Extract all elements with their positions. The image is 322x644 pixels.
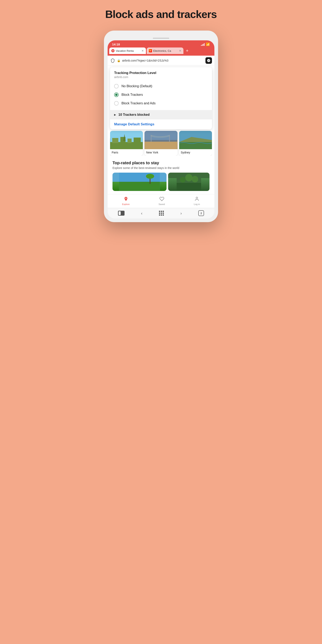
- tab-title-electronics: Electronics, Ca: [153, 49, 178, 52]
- radio-label-block-trackers-ads: Block Trackers and Ads: [122, 102, 156, 105]
- popup-title: Tracking Protection Level: [114, 71, 208, 75]
- manage-default-settings-link[interactable]: Manage Default Settings: [110, 120, 212, 129]
- tabs-count-badge[interactable]: 2: [198, 210, 204, 216]
- forward-button[interactable]: ›: [178, 210, 184, 216]
- city-cards-row: Paris: [110, 131, 212, 156]
- newyork-image: [144, 131, 177, 149]
- radio-block-trackers-ads[interactable]: Block Trackers and Ads: [110, 99, 212, 108]
- nav-label-login: Log in: [194, 203, 200, 206]
- nav-label-saved: Saved: [158, 203, 165, 206]
- status-time: 14:18: [112, 42, 120, 46]
- place-image-1[interactable]: [112, 172, 166, 191]
- signal-bars-icon: [201, 43, 204, 46]
- place-image-2[interactable]: [168, 172, 210, 191]
- browser-chrome-bottom: ‹ › 2: [108, 208, 214, 218]
- explore-icon: [124, 196, 128, 202]
- status-icons: 📶: [201, 42, 210, 46]
- new-tab-button[interactable]: +: [184, 48, 190, 54]
- city-card-newyork[interactable]: New York: [144, 131, 177, 156]
- svg-point-24: [196, 197, 198, 199]
- bottom-navigation: Explore Saved: [108, 194, 214, 208]
- radio-block-trackers[interactable]: Block Trackers: [110, 90, 212, 99]
- city-name-sydney: Sydney: [179, 149, 212, 156]
- shield-icon[interactable]: [110, 58, 115, 63]
- wifi-icon: 📶: [206, 42, 210, 46]
- phone-frame: 14:18 📶 ✦ Vac: [104, 30, 218, 222]
- svg-rect-11: [169, 135, 170, 142]
- sydney-image: [179, 131, 212, 149]
- popup-domain: airbnb.com: [114, 76, 208, 79]
- city-name-newyork: New York: [144, 149, 177, 156]
- tab-close-airbnb[interactable]: ✕: [142, 49, 144, 52]
- radio-label-block-trackers: Block Trackers: [122, 93, 143, 96]
- trackers-blocked-row[interactable]: ▶ 10 Trackers blocked: [110, 110, 212, 120]
- expand-icon: ▶: [114, 113, 116, 116]
- nav-login[interactable]: Log in: [194, 196, 200, 206]
- nav-saved[interactable]: Saved: [158, 196, 165, 206]
- nav-explore[interactable]: Explore: [122, 196, 130, 206]
- browser-tab-electronics[interactable]: 🛍 Electronics, Ca ✕: [147, 48, 184, 54]
- svg-rect-1: [110, 142, 143, 149]
- lock-icon: 🔒: [117, 59, 120, 62]
- tracking-protection-popup: Tracking Protection Level airbnb.com No …: [110, 67, 212, 129]
- svg-point-21: [185, 174, 192, 182]
- popup-options: No Blocking (Default) Block Trackers Blo…: [110, 80, 212, 109]
- page-title: Block ads and trackers: [105, 8, 217, 20]
- url-text[interactable]: airbnb.com/?irgwc=1&irclid=2SJz%3: [122, 59, 204, 62]
- radio-circle-no-blocking: [114, 84, 118, 88]
- svg-rect-4: [128, 138, 132, 143]
- airbnb-favicon: ✦: [111, 49, 114, 52]
- svg-rect-9: [145, 140, 177, 142]
- top-rated-subtitle: Explore some of the best-reviewed stays …: [112, 166, 210, 170]
- page-wrapper: Block ads and trackers 14:18 📶: [80, 8, 242, 222]
- city-card-sydney[interactable]: Sydney: [179, 131, 212, 156]
- heart-icon: [159, 196, 164, 202]
- svg-point-23: [192, 176, 198, 182]
- phone-notch: [153, 38, 169, 39]
- svg-rect-5: [134, 138, 141, 143]
- nav-label-explore: Explore: [122, 203, 130, 206]
- sidebar-toggle-button[interactable]: [118, 211, 124, 216]
- city-card-paris[interactable]: Paris: [110, 131, 143, 156]
- top-rated-title: Top-rated places to stay: [112, 160, 210, 165]
- electronics-favicon: 🛍: [149, 49, 152, 52]
- svg-rect-2: [112, 138, 118, 143]
- notch-area: [108, 34, 214, 40]
- back-button[interactable]: ‹: [138, 210, 145, 216]
- radio-circle-block-trackers-ads: [114, 101, 118, 106]
- radio-circle-block-trackers: [114, 92, 118, 97]
- phone-inner: 14:18 📶 ✦ Vac: [108, 40, 214, 218]
- trackers-blocked-count: 10 Trackers blocked: [118, 113, 150, 116]
- person-icon: [194, 196, 199, 202]
- browser-content: Paris: [108, 131, 214, 192]
- svg-rect-20: [176, 183, 201, 191]
- browser-tab-airbnb[interactable]: ✦ Vacation Renta ✕: [109, 48, 146, 54]
- svg-point-18: [146, 174, 154, 179]
- tab-close-electronics[interactable]: ✕: [179, 49, 182, 52]
- url-bar: 🔒 airbnb.com/?irgwc=1&irclid=2SJz%3: [108, 56, 214, 66]
- svg-rect-10: [151, 135, 152, 142]
- svg-rect-16: [119, 182, 160, 191]
- vivaldi-icon[interactable]: [206, 57, 212, 64]
- browser-tabs-bar: ✦ Vacation Renta ✕ 🛍 Electronics, Ca ✕ +: [108, 48, 214, 56]
- tab-title-airbnb: Vacation Renta: [116, 49, 140, 52]
- svg-rect-8: [145, 141, 177, 149]
- status-bar: 14:18 📶: [108, 40, 214, 48]
- svg-point-22: [180, 177, 186, 182]
- radio-label-no-blocking: No Blocking (Default): [122, 84, 152, 88]
- paris-image: [110, 131, 143, 149]
- place-images-row: [112, 172, 210, 191]
- popup-header: Tracking Protection Level airbnb.com: [110, 67, 212, 80]
- top-rated-section: Top-rated places to stay Explore some of…: [110, 157, 212, 192]
- grid-menu-button[interactable]: [159, 211, 164, 216]
- radio-no-blocking[interactable]: No Blocking (Default): [110, 82, 212, 90]
- city-name-paris: Paris: [110, 149, 143, 156]
